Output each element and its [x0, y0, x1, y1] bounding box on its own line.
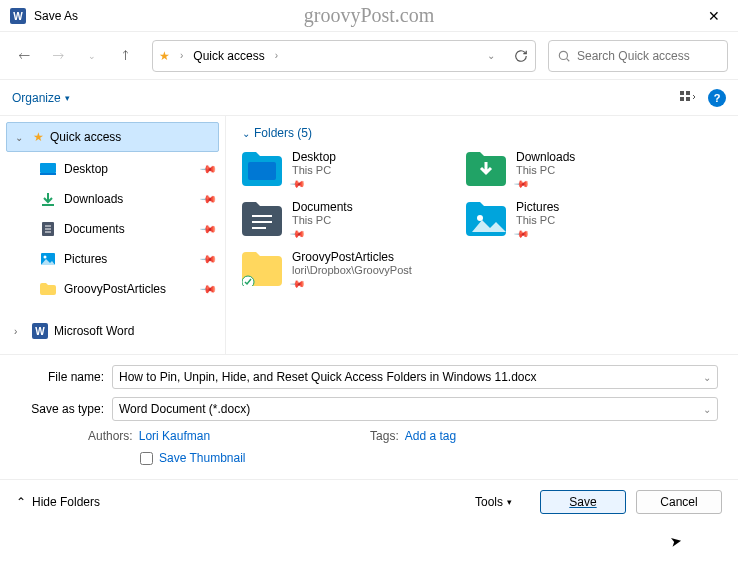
- footer: ⌃ Hide Folders Tools▾ Save Cancel: [0, 479, 738, 523]
- cancel-button[interactable]: Cancel: [636, 490, 722, 514]
- word-icon: W: [32, 323, 48, 339]
- tags-label: Tags:: [370, 429, 399, 443]
- save-button[interactable]: Save: [540, 490, 626, 514]
- authors-label: Authors:: [88, 429, 133, 443]
- documents-folder-icon: [242, 200, 282, 236]
- downloads-folder-icon: [466, 150, 506, 186]
- back-button[interactable]: 🡐: [10, 42, 38, 70]
- pin-icon: 📌: [198, 249, 217, 268]
- folder-icon: [242, 250, 282, 286]
- svg-text:W: W: [35, 326, 45, 337]
- svg-rect-9: [40, 173, 56, 175]
- history-dropdown-icon[interactable]: ⌄: [483, 50, 499, 61]
- svg-rect-5: [686, 91, 690, 95]
- svg-rect-8: [40, 163, 56, 173]
- word-app-icon: W: [10, 8, 26, 24]
- tools-menu[interactable]: Tools▾: [475, 495, 512, 509]
- sidebar-quick-access[interactable]: ⌄ ★ Quick access: [6, 122, 219, 152]
- search-icon: [557, 48, 571, 64]
- help-button[interactable]: ?: [708, 89, 726, 107]
- breadcrumb-location[interactable]: Quick access: [193, 49, 264, 63]
- search-box[interactable]: [548, 40, 728, 72]
- search-input[interactable]: [577, 49, 719, 63]
- filename-label: File name:: [20, 370, 112, 384]
- star-icon: ★: [33, 130, 44, 144]
- svg-point-2: [559, 51, 567, 59]
- expand-icon[interactable]: ›: [14, 326, 26, 337]
- folder-desktop[interactable]: DesktopThis PC📌: [242, 150, 442, 190]
- savetype-select[interactable]: Word Document (*.docx) ⌄: [112, 397, 718, 421]
- refresh-icon[interactable]: [513, 48, 529, 64]
- pin-icon: 📌: [514, 225, 530, 241]
- pin-icon: 📌: [290, 225, 306, 241]
- sidebar: ⌄ ★ Quick access Desktop 📌 Downloads 📌 D…: [0, 116, 226, 354]
- pictures-folder-icon: [466, 200, 506, 236]
- titlebar: W Save As ✕: [0, 0, 738, 32]
- cursor-icon: ➤: [669, 532, 684, 550]
- toolbar: Organize▾ ?: [0, 80, 738, 116]
- svg-point-24: [242, 276, 254, 286]
- save-form: File name: How to Pin, Unpin, Hide, and …: [0, 354, 738, 479]
- folder-pictures[interactable]: PicturesThis PC📌: [466, 200, 666, 240]
- svg-text:W: W: [13, 11, 23, 22]
- svg-rect-19: [248, 162, 276, 180]
- filename-input[interactable]: How to Pin, Unpin, Hide, and Reset Quick…: [112, 365, 718, 389]
- breadcrumb-bar[interactable]: ★ › Quick access › ⌄: [152, 40, 536, 72]
- download-icon: [40, 191, 56, 207]
- forward-button[interactable]: 🡒: [44, 42, 72, 70]
- folder-icon: [40, 281, 56, 297]
- close-button[interactable]: ✕: [700, 4, 728, 28]
- pin-icon: 📌: [198, 159, 217, 178]
- pin-icon: 📌: [290, 275, 306, 291]
- sidebar-item-groovypost[interactable]: GroovyPostArticles 📌: [0, 274, 225, 304]
- up-button[interactable]: 🡑: [112, 42, 140, 70]
- nav-row: 🡐 🡒 ⌄ 🡑 ★ › Quick access › ⌄: [0, 32, 738, 80]
- pin-icon: 📌: [198, 279, 217, 298]
- chevron-down-icon: ⌄: [242, 128, 250, 139]
- desktop-icon: [40, 161, 56, 177]
- star-icon: ★: [159, 49, 170, 63]
- chevron-down-icon[interactable]: ⌄: [703, 372, 711, 383]
- pin-icon: 📌: [198, 219, 217, 238]
- view-options[interactable]: [674, 84, 702, 112]
- chevron-right-icon: ›: [271, 50, 282, 61]
- pictures-icon: [40, 251, 56, 267]
- pin-icon: 📌: [290, 175, 306, 191]
- svg-point-16: [44, 256, 47, 259]
- sidebar-microsoft-word[interactable]: › W Microsoft Word: [0, 316, 225, 346]
- window-title: Save As: [34, 9, 700, 23]
- save-thumbnail-checkbox[interactable]: [140, 452, 153, 465]
- chevron-up-icon: ⌃: [16, 495, 26, 509]
- content-pane: ⌄ Folders (5) DesktopThis PC📌 DownloadsT…: [226, 116, 738, 354]
- svg-rect-7: [686, 97, 690, 101]
- folder-documents[interactable]: DocumentsThis PC📌: [242, 200, 442, 240]
- organize-menu[interactable]: Organize▾: [12, 91, 70, 105]
- sidebar-label: Quick access: [50, 130, 121, 144]
- sidebar-item-downloads[interactable]: Downloads 📌: [0, 184, 225, 214]
- svg-line-3: [567, 58, 570, 61]
- authors-value[interactable]: Lori Kaufman: [139, 429, 210, 443]
- pin-icon: 📌: [514, 175, 530, 191]
- sidebar-item-pictures[interactable]: Pictures 📌: [0, 244, 225, 274]
- collapse-icon[interactable]: ⌄: [15, 132, 27, 143]
- save-thumbnail-label: Save Thumbnail: [159, 451, 246, 465]
- desktop-folder-icon: [242, 150, 282, 186]
- recent-dropdown[interactable]: ⌄: [78, 42, 106, 70]
- svg-rect-4: [680, 91, 684, 95]
- folders-section-header[interactable]: ⌄ Folders (5): [242, 126, 722, 140]
- tags-value[interactable]: Add a tag: [405, 429, 456, 443]
- sidebar-label: Microsoft Word: [54, 324, 134, 338]
- svg-rect-6: [680, 97, 684, 101]
- chevron-down-icon[interactable]: ⌄: [703, 404, 711, 415]
- folder-groovypost[interactable]: GroovyPostArticleslori\Dropbox\GroovyPos…: [242, 250, 442, 290]
- document-icon: [40, 221, 56, 237]
- chevron-right-icon: ›: [176, 50, 187, 61]
- folder-downloads[interactable]: DownloadsThis PC📌: [466, 150, 666, 190]
- pin-icon: 📌: [198, 189, 217, 208]
- sidebar-item-desktop[interactable]: Desktop 📌: [0, 154, 225, 184]
- sidebar-item-documents[interactable]: Documents 📌: [0, 214, 225, 244]
- hide-folders-toggle[interactable]: ⌃ Hide Folders: [16, 495, 100, 509]
- savetype-label: Save as type:: [20, 402, 112, 416]
